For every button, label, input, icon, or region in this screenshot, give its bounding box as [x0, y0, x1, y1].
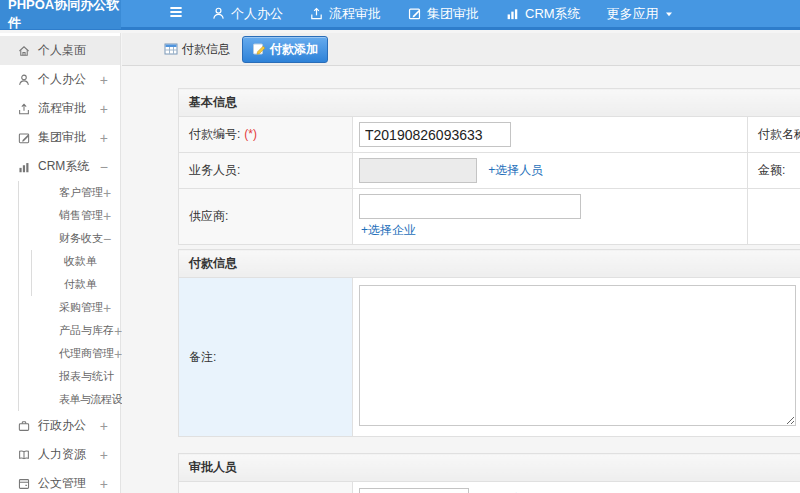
topmenu-label: 流程审批: [329, 5, 381, 23]
collapse-minus-icon[interactable]: −: [100, 160, 108, 174]
bar-chart-icon: [17, 160, 31, 174]
supplier-input[interactable]: [359, 194, 581, 219]
staff-label: 业务人员:: [179, 153, 353, 189]
app-logo: PHPOA协同办公软件: [0, 0, 121, 29]
home-icon: [17, 44, 31, 58]
hamburger-menu-button[interactable]: [167, 4, 187, 24]
sidebar-item-label: 流程审批: [38, 100, 86, 117]
section-title: 付款信息: [179, 250, 800, 278]
topmenu-process-approval[interactable]: 流程审批: [309, 5, 381, 23]
bar-chart-icon: [505, 6, 520, 21]
topmenu-crm-system[interactable]: CRM系统: [505, 5, 581, 23]
sidebar-item-administrative-office[interactable]: 行政办公 +: [0, 411, 120, 440]
expand-plus-icon[interactable]: +: [114, 324, 122, 338]
finance-subtree: 收款单 付款单: [31, 250, 120, 296]
edit-add-icon: [252, 42, 266, 56]
top-bar: PHPOA协同办公软件 个人办公 流程审批 集团审批 CRM系统 更多应用: [0, 0, 800, 30]
topmenu-label: CRM系统: [525, 5, 581, 23]
sidebar-item-sales-management[interactable]: 销售管理 +: [19, 204, 120, 227]
sidebar-item-receipt-form[interactable]: 收款单: [32, 250, 120, 273]
expand-plus-icon[interactable]: +: [100, 131, 108, 145]
sidebar-item-label: 产品与库存: [59, 323, 114, 338]
crm-subtree: 客户管理 + 销售管理 + 财务收支 − 收款单 付款单 采购管理 + 产品与库…: [18, 181, 120, 411]
payment-info-section: 付款信息 备注:: [178, 249, 800, 437]
hamburger-icon: [167, 3, 185, 25]
collapse-minus-icon[interactable]: −: [103, 232, 111, 246]
sidebar-item-label: 销售管理: [59, 208, 103, 223]
sidebar-item-label: 个人办公: [38, 71, 86, 88]
expand-plus-icon[interactable]: +: [100, 448, 108, 462]
tab-label: 付款信息: [182, 41, 230, 58]
expand-plus-icon[interactable]: +: [103, 301, 111, 315]
sidebar-item-crm-system[interactable]: CRM系统 −: [0, 152, 120, 181]
supplier-label: 供应商:: [179, 189, 353, 245]
sidebar-item-label: 公文管理: [38, 475, 86, 492]
edit-square-icon: [407, 6, 422, 21]
sidebar-item-human-resources[interactable]: 人力资源 +: [0, 440, 120, 469]
sidebar-item-label: 个人桌面: [38, 42, 86, 59]
section-title: 基本信息: [179, 89, 800, 117]
topmenu-label: 个人办公: [231, 5, 283, 23]
sidebar-item-label: 客户管理: [59, 185, 103, 200]
edit-square-icon: [17, 131, 31, 145]
sidebar-item-label: 集团审批: [38, 129, 86, 146]
topmenu-group-approval[interactable]: 集团审批: [407, 5, 479, 23]
topmenu-label: 集团审批: [427, 5, 479, 23]
user-icon: [17, 73, 31, 87]
sidebar-item-label: 代理商管理: [59, 346, 114, 361]
payment-name-label: 付款名称:(*): [748, 117, 800, 153]
sidebar-item-document-management[interactable]: 公文管理 +: [0, 469, 120, 493]
book-icon: [17, 448, 31, 462]
expand-plus-icon[interactable]: +: [100, 477, 108, 491]
sidebar: 个人桌面 个人办公 + 流程审批 + 集团审批 + CRM系统 − 客户管理 +…: [0, 33, 121, 493]
sidebar-item-personal-office[interactable]: 个人办公 +: [0, 65, 120, 94]
sidebar-item-reports-statistics[interactable]: 报表与统计: [19, 365, 120, 388]
topmenu-more-apps[interactable]: 更多应用: [607, 5, 674, 23]
caret-down-icon: [664, 9, 674, 19]
sidebar-item-personal-desktop[interactable]: 个人桌面: [0, 36, 120, 65]
payment-no-label: 付款编号:(*): [179, 117, 353, 153]
sidebar-item-product-inventory[interactable]: 产品与库存 +: [19, 319, 120, 342]
staff-input[interactable]: [359, 158, 477, 183]
set-approver-label: 设置审批人员:(*): [179, 482, 353, 493]
approval-section: 审批人员 设置审批人员:(*) +选择审批人员 提醒审批人员: 短消息提示 注:: [178, 453, 800, 493]
tab-bar: 付款信息 付款添加: [122, 33, 800, 66]
sidebar-item-finance[interactable]: 财务收支 −: [19, 227, 120, 250]
sidebar-item-label: 报表与统计: [59, 369, 114, 384]
sidebar-item-purchase-management[interactable]: 采购管理 +: [19, 296, 120, 319]
sidebar-item-customer-management[interactable]: 客户管理 +: [19, 181, 120, 204]
sidebar-item-label: 收款单: [64, 254, 97, 269]
tab-payment-info[interactable]: 付款信息: [158, 37, 236, 62]
amount-label: 金额:: [748, 153, 800, 189]
required-mark: (*): [244, 127, 257, 141]
expand-plus-icon[interactable]: +: [103, 186, 111, 200]
section-title: 审批人员: [179, 454, 800, 482]
approver-input[interactable]: [359, 488, 469, 493]
sidebar-item-label: CRM系统: [38, 158, 89, 175]
sidebar-item-label: 财务收支: [59, 231, 103, 246]
top-menu: 个人办公 流程审批 集团审批 CRM系统 更多应用: [211, 5, 674, 23]
sidebar-item-payment-form[interactable]: 付款单: [32, 273, 120, 296]
sidebar-item-label: 付款单: [64, 277, 97, 292]
sidebar-item-process-approval[interactable]: 流程审批 +: [0, 94, 120, 123]
sidebar-item-group-approval[interactable]: 集团审批 +: [0, 123, 120, 152]
payment-no-input[interactable]: [359, 122, 511, 147]
tab-label: 付款添加: [270, 41, 318, 58]
expand-plus-icon[interactable]: +: [100, 102, 108, 116]
remark-label: 备注:: [179, 278, 353, 437]
topmenu-personal-office[interactable]: 个人办公: [211, 5, 283, 23]
expand-plus-icon[interactable]: +: [114, 347, 122, 361]
main-content: 付款信息 付款添加 基本信息 付款编号:(*) 付款名称:(*): [122, 33, 800, 493]
expand-plus-icon[interactable]: +: [100, 419, 108, 433]
sidebar-item-label: 人力资源: [38, 446, 86, 463]
remark-textarea[interactable]: [359, 285, 796, 426]
expand-plus-icon[interactable]: +: [103, 209, 111, 223]
tab-payment-add[interactable]: 付款添加: [242, 36, 328, 63]
briefcase-icon: [17, 419, 31, 433]
select-staff-link[interactable]: +选择人员: [488, 163, 543, 177]
sidebar-item-agent-management[interactable]: 代理商管理 +: [19, 342, 120, 365]
payment-add-form: 基本信息 付款编号:(*) 付款名称:(*) 业务人员: +选择人员: [178, 88, 800, 493]
sidebar-item-form-process-settings[interactable]: 表单与流程设置 +: [19, 388, 120, 411]
select-company-link[interactable]: +选择企业: [361, 222, 741, 239]
expand-plus-icon[interactable]: +: [100, 73, 108, 87]
